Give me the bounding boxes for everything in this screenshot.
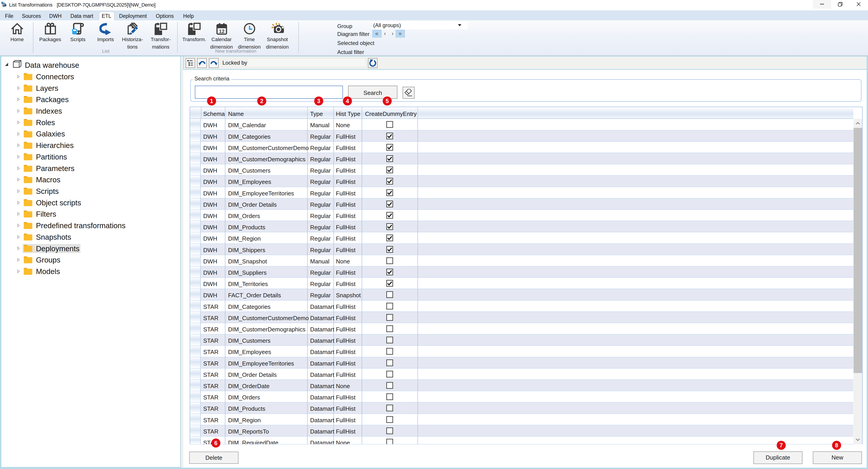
- svg-text:12: 12: [219, 29, 224, 34]
